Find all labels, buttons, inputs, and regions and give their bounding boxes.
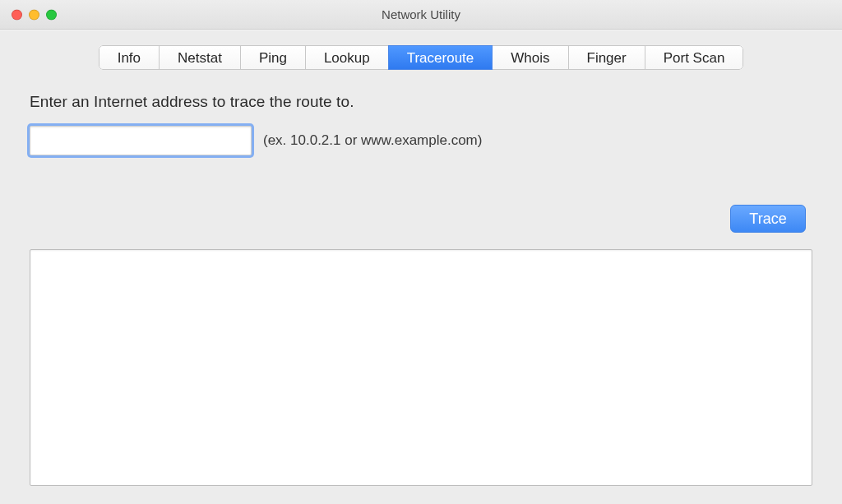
prompt-label: Enter an Internet address to trace the r… bbox=[30, 93, 812, 111]
output-textarea[interactable] bbox=[30, 249, 812, 486]
tab-netstat[interactable]: Netstat bbox=[159, 45, 241, 70]
address-input[interactable] bbox=[30, 126, 252, 155]
tab-whois[interactable]: Whois bbox=[492, 45, 568, 70]
window-controls bbox=[12, 9, 57, 20]
tab-traceroute[interactable]: Traceroute bbox=[388, 45, 493, 70]
tab-info[interactable]: Info bbox=[99, 45, 160, 70]
tab-finger[interactable]: Finger bbox=[568, 45, 645, 70]
close-icon[interactable] bbox=[12, 9, 22, 20]
tab-ping[interactable]: Ping bbox=[240, 45, 306, 70]
titlebar: Network Utility bbox=[0, 0, 842, 30]
trace-button[interactable]: Trace bbox=[730, 205, 806, 233]
action-row: Trace bbox=[30, 205, 812, 233]
example-hint: (ex. 10.0.2.1 or www.example.com) bbox=[263, 132, 482, 149]
zoom-icon[interactable] bbox=[46, 9, 57, 20]
minimize-icon[interactable] bbox=[29, 9, 39, 20]
main-panel: Enter an Internet address to trace the r… bbox=[0, 70, 842, 504]
tab-portscan[interactable]: Port Scan bbox=[645, 45, 744, 70]
tab-lookup[interactable]: Lookup bbox=[305, 45, 389, 70]
window-title: Network Utility bbox=[382, 7, 460, 21]
tabs: Info Netstat Ping Lookup Traceroute Whoi… bbox=[99, 45, 744, 70]
tab-bar: Info Netstat Ping Lookup Traceroute Whoi… bbox=[0, 30, 842, 70]
window-content: Info Netstat Ping Lookup Traceroute Whoi… bbox=[0, 30, 842, 504]
input-row: (ex. 10.0.2.1 or www.example.com) bbox=[30, 126, 812, 155]
